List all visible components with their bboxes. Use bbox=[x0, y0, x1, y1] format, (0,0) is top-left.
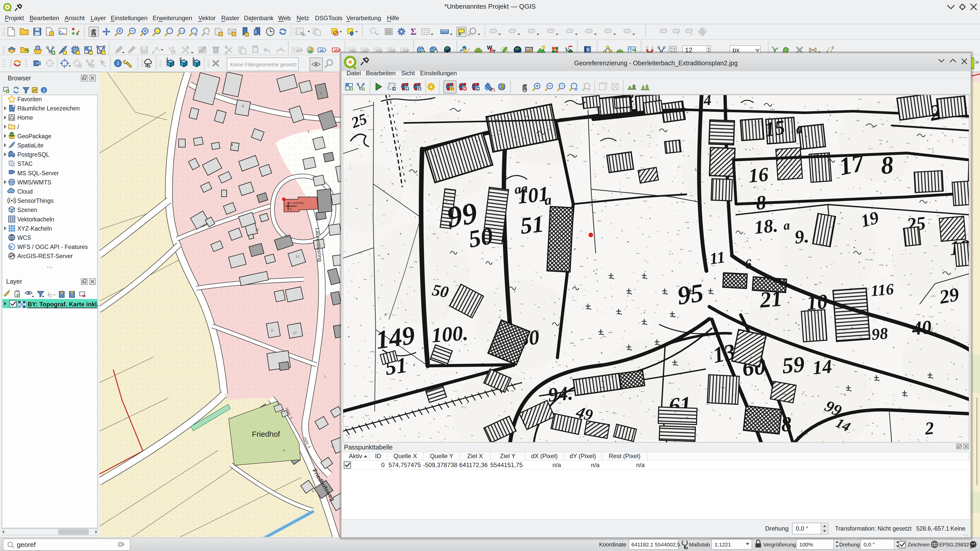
svg-text:8: 8 bbox=[307, 130, 309, 133]
svg-text:16: 16 bbox=[748, 163, 769, 187]
svg-text:Projekt: Projekt bbox=[5, 14, 24, 21]
svg-text:1: 1 bbox=[166, 57, 169, 62]
svg-text:n/a: n/a bbox=[552, 462, 561, 468]
svg-text:Drehung: Drehung bbox=[839, 541, 860, 548]
svg-text:a: a bbox=[76, 32, 79, 36]
svg-text:1:1221: 1:1221 bbox=[714, 541, 731, 548]
svg-text:2: 2 bbox=[331, 445, 333, 448]
svg-text:Netz: Netz bbox=[297, 14, 309, 21]
svg-text:ab: ab bbox=[320, 48, 324, 52]
svg-text:abc: abc bbox=[296, 48, 303, 52]
svg-text:Rest (Pixel): Rest (Pixel) bbox=[609, 453, 640, 459]
svg-text:Verarbeitung: Verarbeitung bbox=[346, 14, 381, 21]
svg-text:Layer: Layer bbox=[6, 278, 22, 285]
svg-text:59: 59 bbox=[781, 351, 805, 378]
svg-text:1: 1 bbox=[324, 375, 326, 378]
svg-text:Σ: Σ bbox=[410, 27, 417, 37]
svg-text:Bearbeiten: Bearbeiten bbox=[366, 70, 396, 76]
svg-text:Passpunkttabelle: Passpunkttabelle bbox=[344, 444, 393, 451]
svg-text:Transformation: Nicht gesetzt: Transformation: Nicht gesetzt bbox=[835, 525, 912, 532]
svg-text:Quelle Y: Quelle Y bbox=[430, 453, 453, 459]
svg-text:abc: abc bbox=[334, 48, 340, 52]
svg-text:PostgreSQL: PostgreSQL bbox=[18, 151, 49, 158]
svg-text:6: 6 bbox=[242, 104, 244, 108]
svg-text:Raster: Raster bbox=[221, 14, 239, 21]
svg-text:WMS/WMTS: WMS/WMTS bbox=[18, 179, 51, 186]
svg-text:Maßstab: Maßstab bbox=[689, 541, 710, 548]
svg-text:/: / bbox=[18, 124, 19, 130]
svg-text:Georeferenzierung - Oberleiter: Georeferenzierung - Oberleiterbach_Extra… bbox=[574, 59, 738, 67]
svg-text:Datenbank: Datenbank bbox=[244, 14, 274, 21]
svg-text:116: 116 bbox=[870, 280, 894, 300]
svg-text:Favoriten: Favoriten bbox=[18, 96, 42, 103]
svg-text:0: 0 bbox=[381, 462, 385, 468]
svg-text:17: 17 bbox=[293, 331, 297, 335]
svg-text:Zeichnen: Zeichnen bbox=[907, 541, 929, 548]
svg-text:2: 2 bbox=[180, 57, 182, 62]
svg-text:10: 10 bbox=[255, 228, 259, 232]
svg-text:n/a: n/a bbox=[636, 462, 645, 468]
svg-text:Ziel Y: Ziel Y bbox=[500, 453, 515, 459]
svg-text:EPSG:25832: EPSG:25832 bbox=[939, 542, 969, 548]
svg-text:Datei: Datei bbox=[347, 70, 361, 76]
svg-text:WCS: WCS bbox=[18, 234, 31, 241]
svg-text:STAC: STAC bbox=[18, 160, 33, 167]
svg-text:*Unbenanntes Projekt — QGIS: *Unbenanntes Projekt — QGIS bbox=[444, 3, 536, 10]
svg-text:Aktiv: Aktiv bbox=[349, 453, 362, 459]
svg-text:29: 29 bbox=[938, 283, 961, 308]
svg-text:Ziel X: Ziel X bbox=[467, 453, 483, 459]
svg-text:Erweiterungen: Erweiterungen bbox=[153, 14, 192, 21]
svg-text:12: 12 bbox=[296, 254, 299, 259]
svg-text:51: 51 bbox=[519, 211, 545, 239]
svg-text:n/a: n/a bbox=[591, 462, 600, 468]
svg-text:4: 4 bbox=[231, 143, 233, 147]
svg-text:Ansicht: Ansicht bbox=[65, 14, 85, 21]
svg-text:Keine Filtergeometrie gesetzt: Keine Filtergeometrie gesetzt bbox=[230, 62, 297, 67]
svg-text:9.: 9. bbox=[794, 225, 810, 248]
svg-text:95: 95 bbox=[676, 278, 705, 310]
svg-text:15a: 15a bbox=[283, 234, 289, 238]
svg-text:i: i bbox=[43, 87, 45, 93]
svg-text:Home: Home bbox=[18, 114, 33, 121]
svg-text:Einstellungen: Einstellungen bbox=[111, 14, 148, 21]
svg-text:Drehung: Drehung bbox=[765, 525, 789, 532]
svg-text:Bearbeiten: Bearbeiten bbox=[30, 14, 59, 21]
svg-text:Quelle X: Quelle X bbox=[393, 453, 417, 459]
svg-text:Cloud: Cloud bbox=[18, 188, 33, 195]
svg-text:21: 21 bbox=[758, 286, 783, 312]
svg-text:1:1: 1:1 bbox=[180, 30, 184, 33]
svg-text:Layer: Layer bbox=[91, 14, 106, 21]
svg-text:3: 3 bbox=[320, 91, 321, 95]
svg-text:9: 9 bbox=[271, 329, 273, 332]
svg-text:dX (Pixel): dX (Pixel) bbox=[531, 453, 558, 459]
svg-text:100%: 100% bbox=[799, 541, 813, 548]
svg-text:GeoPackage: GeoPackage bbox=[18, 133, 51, 140]
svg-text:14: 14 bbox=[811, 355, 833, 378]
svg-text:641172,36: 641172,36 bbox=[459, 462, 488, 468]
svg-text:98: 98 bbox=[871, 324, 889, 343]
svg-text:100.: 100. bbox=[431, 321, 469, 347]
svg-text:Koordinate: Koordinate bbox=[599, 541, 626, 548]
svg-text:ID: ID bbox=[375, 453, 381, 459]
svg-text:XYZ-Kacheln: XYZ-Kacheln bbox=[18, 225, 52, 232]
svg-text:»: » bbox=[975, 57, 979, 66]
svg-text:georef: georef bbox=[17, 541, 36, 548]
svg-text:St.-Laurentius: St.-Laurentius bbox=[288, 202, 304, 204]
svg-text:WFS / OGC API - Features: WFS / OGC API - Features bbox=[18, 244, 88, 250]
svg-text:2: 2 bbox=[924, 418, 935, 438]
svg-text:50: 50 bbox=[431, 281, 450, 301]
svg-text:574,757475: 574,757475 bbox=[388, 462, 421, 468]
svg-text:SensorThings: SensorThings bbox=[18, 197, 54, 204]
svg-text:d: d bbox=[690, 33, 692, 37]
svg-text:528.6,-657.1: 528.6,-657.1 bbox=[916, 525, 949, 532]
svg-text:2: 2 bbox=[290, 207, 291, 211]
svg-text:i: i bbox=[372, 29, 373, 34]
svg-text:MS SQL-Server: MS SQL-Server bbox=[18, 170, 59, 176]
svg-text:Web: Web bbox=[278, 14, 291, 21]
svg-text:f: f bbox=[677, 33, 679, 37]
svg-text:Szenen: Szenen bbox=[18, 206, 37, 213]
svg-text:Vergrößerung: Vergrößerung bbox=[763, 541, 796, 548]
svg-text:0,0 °: 0,0 ° bbox=[796, 525, 808, 532]
svg-text:4: 4 bbox=[283, 448, 285, 452]
svg-text:Keine: Keine bbox=[950, 525, 966, 532]
